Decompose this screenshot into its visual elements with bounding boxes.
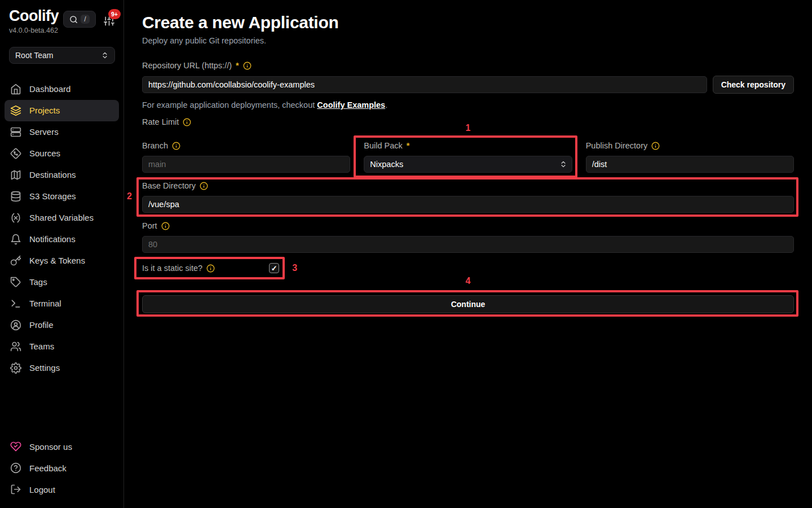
sidebar-item-label: Settings [29,363,60,373]
search-button[interactable]: / [63,11,96,28]
info-icon[interactable] [243,62,251,70]
base-directory-field: Base Directory 2 [142,180,794,213]
server-icon [10,126,21,138]
annotation-number-2: 2 [127,191,132,202]
sidebar-item-servers[interactable]: Servers [5,121,119,143]
info-icon[interactable] [651,142,660,150]
search-shortcut-key: / [81,15,89,24]
sidebar-item-terminal[interactable]: Terminal [5,293,119,314]
sidebar-item-sources[interactable]: Sources [5,143,119,164]
sidebar-item-label: Keys & Tokens [29,256,85,265]
rate-limit-label: Rate Limit [142,116,794,128]
sidebar-item-label: Projects [29,106,60,115]
annotation-number-4: 4 [466,276,471,286]
continue-button[interactable]: Continue [142,295,794,313]
notification-count-badge[interactable]: 9+ [108,9,121,20]
search-icon [69,15,78,24]
home-icon [10,84,21,95]
key-icon [10,255,21,266]
sidebar-footer: Sponsor us Feedback Logout [0,436,123,502]
sidebar-item-feedback[interactable]: Feedback [5,457,119,479]
sidebar-item-destinations[interactable]: Destinations [5,164,119,186]
layers-icon [10,105,21,116]
example-note: For example application deployments, che… [142,100,794,110]
branch-input[interactable] [142,156,350,173]
help-circle-icon [10,462,21,474]
info-icon[interactable] [206,264,215,273]
bell-icon [10,234,21,245]
publish-directory-field: Publish Directory [586,140,794,173]
branch-field: Branch [142,140,350,173]
continue-section: Continue 4 [142,295,794,313]
logo-block: Coolify v4.0.0-beta.462 [9,8,59,34]
repository-url-input[interactable] [142,76,707,93]
info-icon[interactable] [183,118,191,126]
base-directory-input[interactable] [142,196,794,213]
sidebar-item-notifications[interactable]: Notifications [5,229,119,250]
sidebar-item-label: Profile [29,320,54,330]
sidebar-item-label: Sponsor us [29,442,72,452]
team-select-value: Root Team [15,51,53,60]
sidebar-item-label: Teams [29,341,54,351]
check-repository-button[interactable]: Check repository [713,76,794,94]
page-subtitle: Deploy any public Git repositories. [142,36,794,45]
sidebar-item-projects[interactable]: Projects [5,100,119,121]
build-pack-label: Build Pack * [364,140,572,151]
sidebar-header: Coolify v4.0.0-beta.462 / [0,8,123,34]
sidebar: Coolify v4.0.0-beta.462 / [0,0,124,508]
sidebar-item-label: Dashboard [29,84,70,94]
sidebar-item-settings[interactable]: Settings [5,357,119,379]
base-directory-label: Base Directory [142,180,794,191]
sidebar-item-label: Destinations [29,170,76,179]
port-field: Port [142,220,794,253]
checkmark-icon: ✓ [271,265,277,272]
build-pack-field: Build Pack * Nixpacks 1 [364,140,572,173]
info-icon[interactable] [172,142,180,150]
app-version: v4.0.0-beta.462 [9,27,59,34]
terminal-icon [10,298,21,309]
sidebar-item-s3-storages[interactable]: S3 Storages [5,186,119,207]
static-site-field: Is it a static site? ✓ 3 [142,261,279,275]
sidebar-item-logout[interactable]: Logout [5,479,119,500]
sidebar-item-label: Logout [29,485,55,494]
config-row: Branch Build Pack * Nixpacks 1 [142,140,794,173]
sidebar-item-label: Terminal [29,299,61,308]
required-asterisk: * [236,60,239,71]
info-icon[interactable] [200,182,208,190]
branch-label: Branch [142,140,350,151]
repository-section: Repository URL (https://) * Check reposi… [142,60,794,128]
team-select[interactable]: Root Team [9,47,115,64]
tag-icon [10,277,21,288]
sidebar-item-label: Tags [29,277,47,287]
main-content: Create a new Application Deploy any publ… [124,0,812,508]
port-label: Port [142,220,794,231]
build-pack-select-value: Nixpacks [370,160,403,169]
port-input[interactable] [142,236,794,253]
sidebar-item-dashboard[interactable]: Dashboard [5,78,119,100]
info-icon[interactable] [161,222,170,230]
sidebar-item-teams[interactable]: Teams [5,336,119,357]
gear-icon [10,362,21,374]
sidebar-item-label: Shared Variables [29,213,94,222]
sidebar-item-label: Feedback [29,463,67,473]
sidebar-item-sponsor-us[interactable]: Sponsor us [5,436,119,457]
sidebar-item-label: Sources [29,148,60,158]
sidebar-item-shared-variables[interactable]: Shared Variables [5,207,119,229]
variable-icon [10,212,21,224]
user-circle-icon [10,319,21,331]
static-site-checkbox[interactable]: ✓ [269,263,279,273]
app-root: Coolify v4.0.0-beta.462 / [0,0,812,508]
sidebar-item-keys-tokens[interactable]: Keys & Tokens [5,250,119,271]
publish-directory-label: Publish Directory [586,140,794,151]
logout-icon [10,484,21,495]
publish-directory-input[interactable] [586,156,794,173]
repository-url-label: Repository URL (https://) * [142,60,794,71]
coolify-examples-link[interactable]: Coolify Examples [317,100,385,110]
app-logo[interactable]: Coolify [9,8,59,25]
sidebar-item-profile[interactable]: Profile [5,314,119,336]
build-pack-select[interactable]: Nixpacks [364,156,572,173]
page-title: Create a new Application [142,12,794,33]
database-icon [10,191,21,202]
sidebar-item-tags[interactable]: Tags [5,271,119,293]
sidebar-nav: Dashboard Projects Servers Sources Desti… [0,78,123,379]
